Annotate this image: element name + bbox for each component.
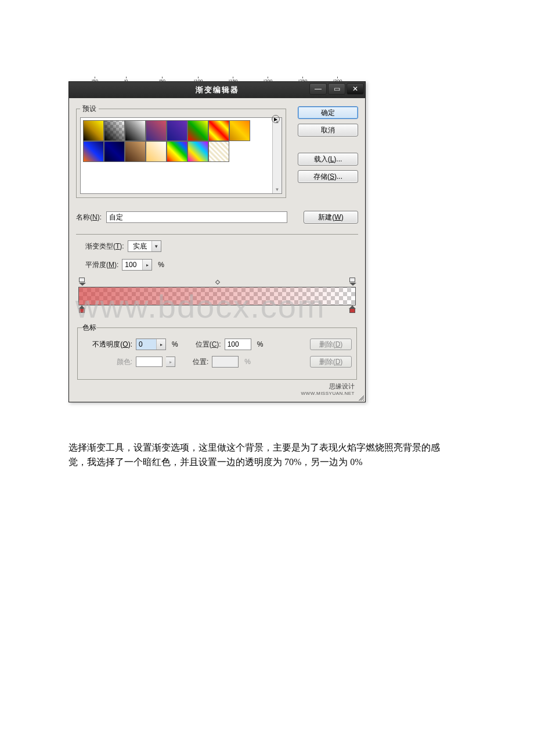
footer-credit: 思缘设计 WWW.MISSYUAN.NET	[76, 380, 358, 398]
gradient-editor-dialog: 渐变编辑器 — ▭ ✕ 预设 ▶	[68, 81, 366, 402]
titlebar[interactable]: 渐变编辑器 — ▭ ✕	[69, 82, 365, 98]
chevron-down-icon: ▸	[166, 357, 175, 367]
close-button[interactable]: ✕	[347, 83, 364, 95]
ok-button[interactable]: 确定	[298, 106, 358, 119]
preset-swatch[interactable]	[125, 141, 146, 162]
maximize-button[interactable]: ▭	[328, 83, 345, 95]
position2-label: 位置:	[193, 357, 208, 367]
scroll-down-icon[interactable]: ▼	[275, 186, 280, 193]
preset-swatch[interactable]	[104, 141, 125, 162]
preset-swatch[interactable]	[167, 120, 187, 141]
chevron-down-icon: ▼	[151, 241, 161, 251]
preset-swatch[interactable]	[167, 141, 187, 162]
preset-scrollbar[interactable]: ▲ ▼	[272, 118, 282, 193]
opacity-stop[interactable]	[78, 278, 85, 285]
position-input[interactable]	[225, 339, 251, 350]
preset-fieldset: 预设 ▶	[76, 104, 286, 198]
delete-opacity-stop-button[interactable]: 删除(D)	[310, 339, 352, 350]
name-label: 名称(N):	[76, 213, 102, 222]
stops-legend: 色标	[82, 323, 96, 333]
smoothness-label: 平滑度(M):	[85, 260, 118, 270]
preset-legend: 预设	[80, 104, 99, 114]
gradient-ramp	[77, 278, 357, 319]
preset-swatch[interactable]	[83, 120, 104, 141]
smoothness-input[interactable]: ▸	[122, 259, 152, 271]
minimize-button[interactable]: —	[309, 83, 327, 95]
opacity-input[interactable]: ▸	[136, 339, 166, 350]
preset-swatch[interactable]	[104, 120, 125, 141]
name-input[interactable]	[106, 211, 287, 223]
preset-swatch[interactable]	[229, 120, 250, 141]
preset-swatch[interactable]	[146, 141, 167, 162]
preset-swatch[interactable]	[187, 141, 208, 162]
preset-swatch[interactable]	[125, 120, 146, 141]
opacity-label: 不透明度(O):	[82, 340, 132, 350]
spinner-icon[interactable]: ▸	[142, 260, 151, 270]
color-well	[136, 357, 163, 367]
preset-swatch[interactable]	[83, 141, 104, 162]
gradient-type-label: 渐变类型(T):	[85, 242, 124, 251]
load-button[interactable]: 载入(L)...	[298, 153, 358, 165]
preset-swatch[interactable]	[208, 120, 229, 141]
gradient-type-dropdown[interactable]: 实底 ▼	[128, 240, 161, 252]
description-paragraph: 选择渐变工具，设置渐变选项，这里做这个背景，主要是为了表现火焰字燃烧照亮背景的感…	[68, 441, 448, 470]
position2-input	[212, 356, 239, 368]
new-button[interactable]: 新建(W)	[304, 211, 358, 224]
canvas-ruler: |50 |0 |50 |100 |150 |200 |250 |300	[68, 77, 365, 81]
gradient-settings: 渐变类型(T): 实底 ▼ 平滑度(M): ▸ %	[76, 234, 358, 380]
preset-swatches	[81, 118, 272, 193]
spinner-icon[interactable]: ▸	[156, 339, 165, 350]
preset-swatch[interactable]	[146, 120, 167, 141]
midpoint-diamond[interactable]	[215, 280, 219, 285]
opacity-stop[interactable]	[349, 278, 356, 285]
gradient-bar[interactable]	[78, 287, 356, 305]
color-stop[interactable]	[349, 305, 356, 312]
preset-swatch[interactable]	[208, 141, 229, 162]
cancel-button[interactable]: 取消	[298, 124, 358, 136]
color-label: 颜色:	[82, 357, 132, 367]
preset-swatch[interactable]	[187, 120, 208, 141]
resize-grip-icon[interactable]	[357, 394, 364, 401]
color-stop[interactable]	[78, 305, 85, 312]
delete-color-stop-button: 删除(D)	[310, 356, 352, 368]
position-label: 位置(C):	[196, 340, 221, 350]
preset-menu-icon[interactable]: ▶	[272, 115, 280, 123]
percent-label: %	[156, 261, 164, 269]
save-button[interactable]: 存储(S)...	[298, 170, 358, 183]
stops-fieldset: 色标 不透明度(O): ▸ % 位置(C): % 删除(D)	[77, 323, 357, 380]
